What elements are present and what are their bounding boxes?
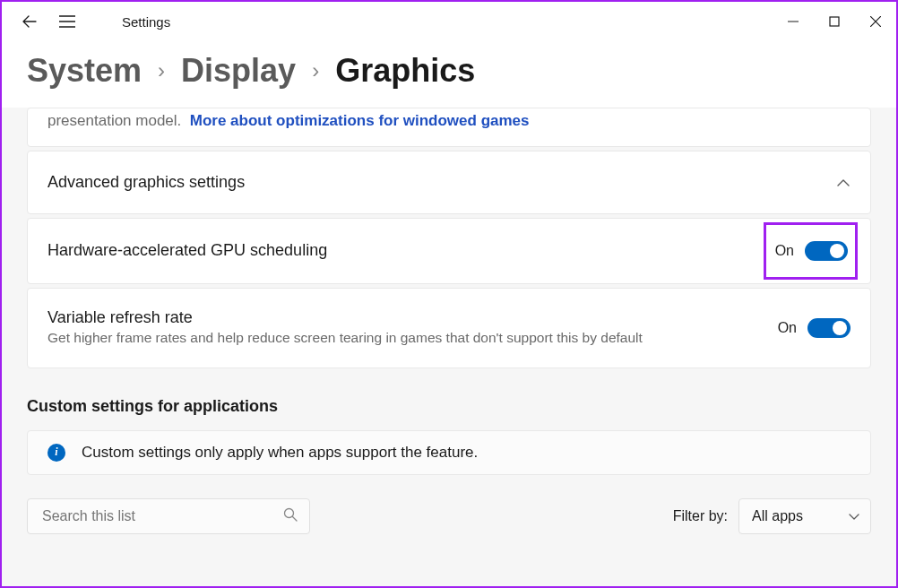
custom-section-title: Custom settings for applications bbox=[27, 397, 871, 416]
breadcrumb: System › Display › Graphics bbox=[2, 41, 896, 108]
minimize-button[interactable] bbox=[773, 7, 814, 36]
chevron-right-icon: › bbox=[312, 58, 319, 83]
maximize-button[interactable] bbox=[814, 7, 855, 36]
vrr-info: Variable refresh rate Get higher frame r… bbox=[47, 308, 778, 348]
toggle-knob-icon bbox=[833, 321, 847, 335]
gpu-toggle-highlight: On bbox=[764, 222, 858, 280]
gpu-toggle-label: On bbox=[775, 243, 794, 259]
search-input[interactable] bbox=[27, 498, 310, 534]
chevron-up-icon bbox=[836, 178, 851, 187]
vrr-row: Variable refresh rate Get higher frame r… bbox=[27, 288, 871, 368]
svg-rect-0 bbox=[830, 17, 839, 26]
toggle-knob-icon bbox=[830, 244, 844, 258]
gpu-scheduling-info: Hardware-accelerated GPU scheduling bbox=[47, 241, 773, 262]
search-wrapper bbox=[27, 498, 310, 534]
window-controls bbox=[773, 7, 896, 36]
breadcrumb-system[interactable]: System bbox=[27, 52, 142, 90]
close-icon bbox=[870, 16, 881, 27]
partial-card: presentation model. More about optimizat… bbox=[27, 108, 871, 147]
hamburger-icon bbox=[59, 15, 75, 28]
vrr-control: On bbox=[778, 318, 851, 338]
more-about-link[interactable]: More about optimizations for windowed ga… bbox=[190, 112, 530, 130]
info-text: Custom settings only apply when apps sup… bbox=[82, 444, 478, 462]
partial-text: presentation model. bbox=[47, 112, 181, 130]
advanced-graphics-title: Advanced graphics settings bbox=[47, 173, 245, 192]
minimize-icon bbox=[788, 16, 799, 27]
vrr-desc: Get higher frame rates and help reduce s… bbox=[47, 329, 760, 348]
filter-label: Filter by: bbox=[673, 508, 728, 524]
filter-dropdown[interactable]: All apps bbox=[738, 498, 871, 534]
breadcrumb-graphics: Graphics bbox=[335, 52, 475, 90]
titlebar: Settings bbox=[2, 2, 896, 41]
menu-button[interactable] bbox=[59, 13, 75, 30]
maximize-icon bbox=[829, 16, 840, 27]
titlebar-left: Settings bbox=[2, 13, 170, 30]
back-button[interactable] bbox=[22, 13, 38, 30]
chevron-down-icon bbox=[849, 508, 859, 524]
svg-point-1 bbox=[285, 508, 294, 517]
gpu-toggle[interactable] bbox=[805, 241, 848, 261]
advanced-graphics-header[interactable]: Advanced graphics settings bbox=[27, 151, 871, 214]
vrr-toggle-label: On bbox=[778, 320, 797, 336]
info-bar: i Custom settings only apply when apps s… bbox=[27, 430, 871, 475]
app-title: Settings bbox=[122, 14, 170, 30]
search-icon bbox=[283, 507, 298, 525]
gpu-scheduling-row: Hardware-accelerated GPU scheduling On bbox=[27, 218, 871, 284]
breadcrumb-display[interactable]: Display bbox=[181, 52, 296, 90]
info-icon: i bbox=[47, 444, 65, 462]
arrow-left-icon bbox=[22, 13, 38, 30]
vrr-title: Variable refresh rate bbox=[47, 308, 760, 327]
filter-row: Filter by: All apps bbox=[27, 498, 871, 534]
content-area: presentation model. More about optimizat… bbox=[2, 108, 896, 534]
gpu-scheduling-title: Hardware-accelerated GPU scheduling bbox=[47, 241, 755, 260]
vrr-toggle[interactable] bbox=[807, 318, 851, 338]
filter-selected: All apps bbox=[752, 508, 803, 523]
close-button[interactable] bbox=[855, 7, 896, 36]
chevron-right-icon: › bbox=[158, 58, 165, 83]
